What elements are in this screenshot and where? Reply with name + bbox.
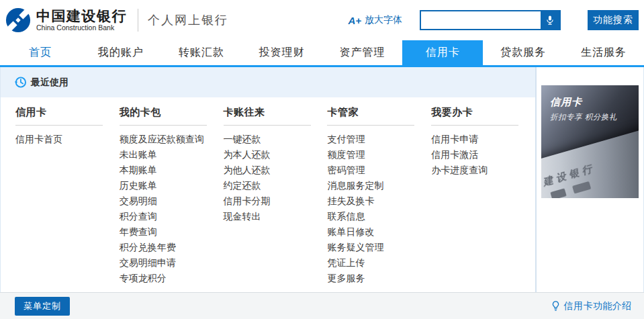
menu-item[interactable]: 约定还款 [224, 178, 328, 193]
menu-item[interactable]: 历史账单 [120, 178, 224, 193]
menu-item[interactable]: 更多服务 [327, 271, 431, 286]
column-divider [15, 125, 103, 126]
menu-item[interactable]: 未出账单 [120, 147, 224, 163]
column-divider [224, 125, 311, 126]
bank-logo-text: 中国建设银行 China Construction Bank [36, 9, 127, 32]
menu-item[interactable]: 支付管理 [327, 132, 431, 147]
recently-used-bar[interactable]: 最近使用 [1, 67, 535, 97]
menu-item[interactable]: 额度及应还款额查询 [120, 132, 224, 147]
mega-menu: 信用卡信用卡首页我的卡包额度及应还款额查询未出账单本期账单历史账单交易明细积分查… [1, 97, 535, 292]
menu-item[interactable]: 积分兑换年费 [120, 240, 224, 255]
menu-item[interactable]: 办卡进度查询 [431, 163, 535, 178]
menu-column-card-transactions: 卡账往来一键还款为本人还款为他人还款约定还款信用卡分期现金转出 [224, 106, 328, 292]
recently-used-label: 最近使用 [31, 77, 68, 89]
nav-tab-home[interactable]: 首页 [0, 40, 81, 65]
menu-column-title: 卡管家 [327, 106, 431, 118]
lightbulb-icon [551, 300, 561, 312]
menu-column-my-cards: 我的卡包额度及应还款额查询未出账单本期账单历史账单交易明细积分查询年费查询积分兑… [120, 106, 224, 292]
column-divider [327, 125, 414, 126]
nav-tab-transfer-remittance[interactable]: 转账汇款 [161, 40, 242, 65]
search-box [420, 10, 561, 30]
ccb-logo-icon [5, 7, 31, 33]
nav-tab-loan-services[interactable]: 贷款服务 [483, 40, 563, 65]
function-search-button[interactable]: 功能搜索 [588, 10, 639, 30]
menu-column-title: 我的卡包 [120, 106, 224, 118]
menu-item[interactable]: 账务疑义管理 [327, 240, 431, 255]
ad-subtitle: 折扣专享 积分换礼 [550, 112, 617, 122]
header-divider [138, 9, 138, 32]
credit-card-intro-link[interactable]: 信用卡功能介绍 [551, 300, 633, 312]
nav-tab-my-account[interactable]: 我的账户 [81, 40, 161, 65]
menu-column-card-manager: 卡管家支付管理额度管理密码管理消息服务定制挂失及换卡联系信息账单日修改账务疑义管… [327, 106, 431, 292]
font-zoom-label: 放大字体 [365, 14, 402, 26]
side-panel: 信用卡 折扣专享 积分换礼 建设银行 [535, 67, 643, 292]
main-nav: 首页我的账户转账汇款投资理财资产管理信用卡贷款服务生活服务 [0, 40, 644, 67]
menu-item[interactable]: 年费查询 [120, 224, 224, 240]
card-chip-decoration [572, 181, 591, 194]
menu-item[interactable]: 密码管理 [327, 163, 431, 178]
menu-item[interactable]: 消息服务定制 [327, 178, 431, 193]
menu-area: 最近使用 信用卡信用卡首页我的卡包额度及应还款额查询未出账单本期账单历史账单交易… [1, 67, 535, 292]
microphone-icon [545, 15, 555, 26]
menu-customize-button[interactable]: 菜单定制 [15, 297, 70, 316]
menu-item[interactable]: 信用卡申请 [431, 132, 535, 147]
menu-item[interactable]: 为他人还款 [224, 163, 328, 178]
menu-item[interactable]: 信用卡分期 [224, 193, 328, 209]
font-zoom-button[interactable]: A+ 放大字体 [348, 14, 402, 26]
nav-tab-asset-management[interactable]: 资产管理 [322, 40, 403, 65]
column-divider [431, 125, 518, 126]
menu-column-title: 我要办卡 [431, 106, 535, 118]
menu-item[interactable]: 额度管理 [327, 147, 431, 163]
menu-item[interactable]: 一键还款 [224, 132, 328, 147]
voice-search-button[interactable] [541, 11, 559, 29]
menu-column-apply-card: 我要办卡信用卡申请信用卡激活办卡进度查询 [431, 106, 535, 292]
nav-tab-investment-finance[interactable]: 投资理财 [242, 40, 322, 65]
menu-item[interactable]: 信用卡首页 [15, 132, 120, 147]
menu-item[interactable]: 联系信息 [327, 209, 431, 224]
main-content: 最近使用 信用卡信用卡首页我的卡包额度及应还款额查询未出账单本期账单历史账单交易… [0, 67, 644, 292]
footer-bar: 菜单定制 信用卡功能介绍 [0, 292, 644, 319]
menu-item[interactable]: 挂失及换卡 [327, 193, 431, 209]
ad-title: 信用卡 [550, 96, 582, 109]
history-clock-icon [14, 76, 27, 89]
menu-item[interactable]: 账单日修改 [327, 224, 431, 240]
function-search-input[interactable] [421, 11, 541, 29]
menu-item[interactable]: 交易明细申请 [120, 255, 224, 271]
menu-item[interactable]: 凭证上传 [327, 255, 431, 271]
credit-card-intro-label: 信用卡功能介绍 [564, 300, 633, 312]
menu-item[interactable]: 现金转出 [224, 209, 328, 224]
font-zoom-icon: A+ [348, 15, 361, 26]
credit-card-image: 建设银行 [541, 128, 639, 198]
bank-name-en: China Construction Bank [36, 24, 127, 32]
menu-item[interactable]: 专项龙积分 [120, 271, 224, 286]
menu-item[interactable]: 积分查询 [120, 209, 224, 224]
bank-name-cn: 中国建设银行 [36, 9, 127, 24]
credit-card-ad-banner[interactable]: 信用卡 折扣专享 积分换礼 建设银行 [541, 85, 639, 198]
menu-item[interactable]: 本期账单 [120, 163, 224, 178]
menu-item[interactable]: 信用卡激活 [431, 147, 535, 163]
header: 中国建设银行 China Construction Bank 个人网上银行 A+… [0, 0, 644, 40]
menu-item[interactable]: 交易明细 [120, 193, 224, 209]
menu-column-title: 信用卡 [15, 106, 120, 118]
nav-tab-life-services[interactable]: 生活服务 [563, 40, 644, 65]
menu-column-title: 卡账往来 [224, 106, 328, 118]
column-divider [120, 125, 207, 126]
menu-column-credit-card: 信用卡信用卡首页 [15, 106, 120, 292]
card-chip-decoration [550, 188, 566, 198]
nav-tab-credit-card[interactable]: 信用卡 [402, 40, 483, 65]
portal-title: 个人网上银行 [148, 12, 228, 28]
menu-item[interactable]: 为本人还款 [224, 147, 328, 163]
